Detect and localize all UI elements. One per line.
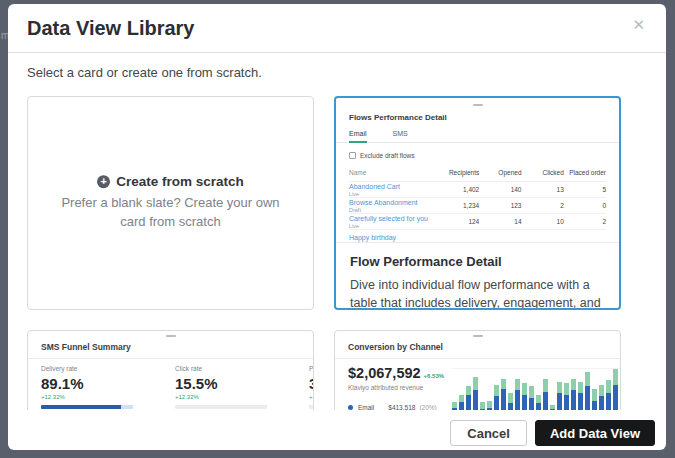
chart-bar [466,386,471,410]
progress-bar [175,405,267,409]
exclude-draft-flows-checkbox-row: Exclude draft flows [349,152,606,159]
chart-bar [459,395,464,410]
create-from-scratch-description: Prefer a blank slate? Create your own ca… [53,194,289,232]
create-from-scratch-card[interactable]: + Create from scratch Prefer a blank sla… [27,96,314,310]
close-icon[interactable]: ✕ [632,17,645,32]
legend-value: $413,518 [388,404,415,410]
modal-subtitle: Select a card or create one from scratch… [27,65,262,80]
cell: 2 [522,202,564,209]
flow-link: Happy birthday [349,234,437,241]
conversion-title: Conversion by Channel [348,342,607,352]
sms-funnel-title: SMS Funnel Summary [41,342,300,352]
table-row: Abandoned Cart Live 1,402 140 13 5 [349,182,606,198]
plus-icon: + [97,175,110,188]
legend-share: (20%) [419,404,436,410]
create-from-scratch-title: + Create from scratch [53,174,289,189]
stacked-bar-chart [452,368,620,410]
metric-value: 3 [309,375,314,392]
checkbox-icon [349,152,356,159]
revenue-subtitle: Klaviyo attributed revenue [348,384,452,391]
flow-status: Live [349,191,437,197]
cell: 2 [564,218,606,225]
cell: 10 [522,218,564,225]
chart-bar [487,401,492,411]
tab-sms: SMS [393,130,408,142]
chart-bar [473,377,478,410]
create-from-scratch-content: + Create from scratch Prefer a blank sla… [53,174,289,232]
conversion-body: $2,067,592 +6.53% Klaviyo attributed rev… [335,365,620,410]
metric-label: Click rate [175,365,309,372]
metric-delta: +12.32% [41,394,175,400]
col-opened: Opened [479,169,521,176]
legend-label: Email [358,404,374,410]
flow-link: Abandoned Cart [349,183,437,190]
metric-value: 15.5% [175,375,309,392]
create-from-scratch-label: Create from scratch [116,174,244,189]
cell: 124 [437,218,479,225]
preview-tabs: Email SMS [336,130,619,143]
conversion-header: Conversion by Channel [335,331,620,352]
col-placed-order: Placed order [564,169,606,176]
chart-bar [529,386,534,410]
sms-funnel-card[interactable]: SMS Funnel Summary Delivery rate 89.1% +… [27,330,314,410]
cell: 5 [564,186,606,193]
conversion-summary: $2,067,592 +6.53% Klaviyo attributed rev… [348,365,452,410]
metric-delta: +12.32% [175,394,309,400]
chart-bar [522,383,527,410]
drag-handle-icon [473,335,483,337]
modal-title: Data View Library [27,17,194,40]
cell: 13 [522,186,564,193]
screen: m Data View Library ✕ Select a card or c… [0,0,675,458]
progress-bar [41,405,133,409]
metric-click-rate: Click rate 15.5% +12.32% [175,365,309,409]
metric-clipped: P 3 +1 [309,365,314,409]
chart-bar [452,402,457,410]
add-data-view-button[interactable]: Add Data View [535,420,655,446]
revenue-delta: +6.53% [424,373,445,379]
chart-bar [557,382,562,410]
drag-handle-icon [473,104,483,106]
flow-performance-preview: Flows Performance Detail Email SMS Exclu… [336,98,619,243]
chart-bar [480,402,485,410]
chart-bar [613,369,618,410]
divider [335,358,620,359]
cell: 140 [479,186,521,193]
chart-bar [494,385,499,410]
sms-metrics: Delivery rate 89.1% +12.32% Click rate 1… [28,365,313,410]
chart-bar [571,379,576,410]
revenue-value: $2,067,592 [348,365,421,381]
tab-email: Email [349,130,367,143]
drag-handle-icon [166,335,176,337]
cell: 14 [479,218,521,225]
cell: 1,402 [437,186,479,193]
chart-bar [550,405,555,410]
chart-bar [585,372,590,411]
card-grid: + Create from scratch Prefer a blank sla… [27,96,623,410]
legend-row-email: Email $413,518 (20%) [348,404,452,410]
chart-bar [592,389,597,410]
chart-bar [599,385,604,410]
chart-bar [543,379,548,410]
chart-bar [508,393,513,410]
cell: 0 [564,202,606,209]
table-row: Browse Abandonment Draft 1,234 123 2 0 [349,198,606,214]
cell: 1,234 [437,202,479,209]
cancel-button[interactable]: Cancel [450,420,527,446]
table-row: Carefully selected for you Live 124 14 1… [349,214,606,230]
flow-status: Live [349,223,437,229]
checkbox-label: Exclude draft flows [360,152,415,159]
divider [28,358,313,359]
flow-performance-card[interactable]: Flows Performance Detail Email SMS Exclu… [334,96,621,310]
chart-bar [501,379,506,410]
modal-footer: Cancel Add Data View [450,420,655,446]
chart-bar [515,379,520,410]
preview-title: Flows Performance Detail [349,113,606,122]
table-header: Name Recipients Opened Clicked Placed or… [349,169,606,182]
sms-funnel-header: SMS Funnel Summary [28,331,313,352]
flow-link: Browse Abandonment [349,199,437,206]
conversion-by-channel-card[interactable]: Conversion by Channel $2,067,592 +6.53% … [334,330,621,410]
cell: 123 [479,202,521,209]
chart-bar [606,380,611,410]
flow-card-title: Flow Performance Detail [350,254,605,269]
chart-bar [564,383,569,410]
